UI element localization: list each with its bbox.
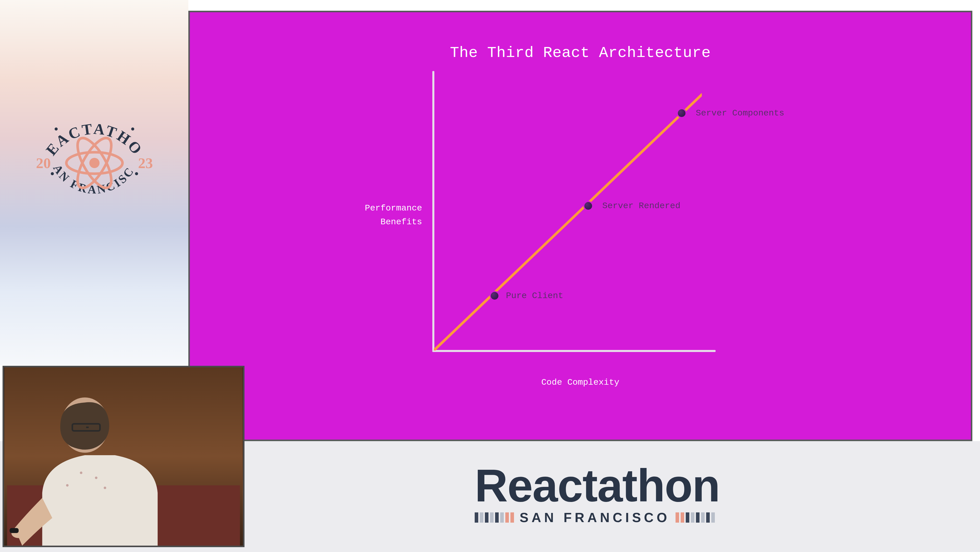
trend-line xyxy=(434,90,702,351)
reactathon-badge: REACTATHON SAN FRANCISCO 20 23 xyxy=(28,84,161,227)
label-pure-client: Pure Client xyxy=(506,291,563,301)
brand-title: Reactathon xyxy=(475,465,720,506)
badge-name: REACTATHON xyxy=(28,84,146,159)
svg-point-9 xyxy=(89,158,100,168)
svg-rect-22 xyxy=(10,528,19,533)
svg-text:REACTATHON: REACTATHON xyxy=(28,84,146,159)
label-server-rendered: Server Rendered xyxy=(602,201,680,211)
brand-subtitle: SAN FRANCISCO xyxy=(520,510,670,525)
point-server-components xyxy=(677,108,687,118)
svg-point-2 xyxy=(51,172,54,175)
speaker-camera xyxy=(3,366,245,547)
point-server-rendered xyxy=(584,201,593,211)
badge-year-right: 23 xyxy=(138,155,153,171)
svg-point-19 xyxy=(66,484,68,487)
brand-ticks-right xyxy=(676,512,715,523)
x-axis-label: Code Complexity xyxy=(190,378,971,387)
presentation-slide: The Third React Architecture Performance… xyxy=(188,11,972,441)
reactathon-wordmark: Reactathon SAN FRANCISCO xyxy=(475,465,720,525)
point-pure-client xyxy=(490,291,500,301)
svg-point-4 xyxy=(55,128,58,131)
svg-point-17 xyxy=(80,472,83,474)
y-axis-label: PerformanceBenefits xyxy=(312,201,422,229)
svg-point-3 xyxy=(135,172,138,175)
badge-year-left: 20 xyxy=(36,155,51,171)
svg-line-10 xyxy=(434,94,702,351)
chart-plot-area: Pure Client Server Rendered Server Compo… xyxy=(432,71,716,352)
svg-point-5 xyxy=(131,128,134,131)
svg-point-20 xyxy=(103,487,106,489)
svg-point-18 xyxy=(95,477,97,479)
slide-title: The Third React Architecture xyxy=(190,44,971,62)
label-server-components: Server Components xyxy=(696,108,784,118)
brand-ticks-left xyxy=(475,512,514,523)
